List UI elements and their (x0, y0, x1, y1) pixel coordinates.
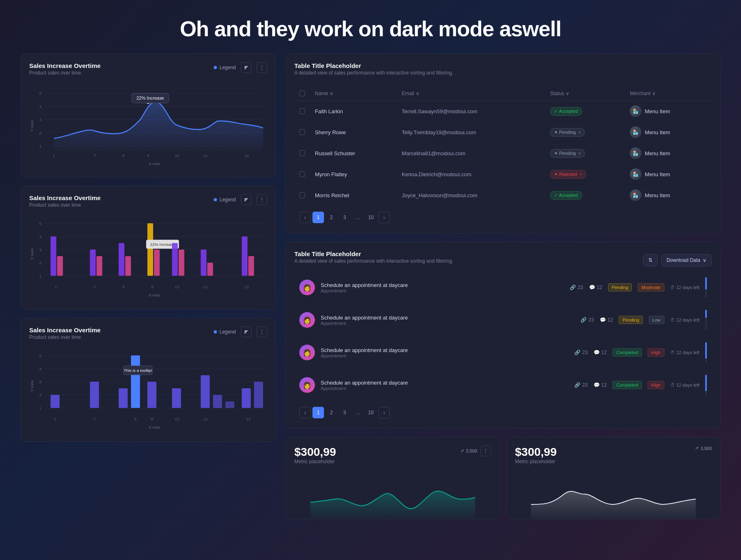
task-title: Schedule an appointment at daycare (321, 282, 564, 288)
row-checkbox[interactable] (299, 108, 305, 114)
filter-btn[interactable]: ⇅ (643, 254, 658, 266)
task-status-badge: Pending (619, 316, 643, 324)
task-title: Schedule an appointment at daycare (321, 315, 575, 321)
table2-page-3[interactable]: 3 (339, 407, 350, 418)
metric1-menu-btn[interactable]: ⋮ (480, 446, 491, 456)
merchant-name: Menu Item (645, 171, 670, 177)
svg-text:4: 4 (39, 234, 42, 239)
table2-page-1[interactable]: 1 (312, 407, 324, 418)
svg-rect-40 (154, 250, 160, 276)
chart1-subtitle: Product sales over time. (29, 70, 100, 76)
line-chart-svg: 5 4 3 2 1 Y Axis 1 7 8 9 10 11 12 X Axis (29, 85, 267, 167)
table1-select-all-checkbox[interactable] (299, 91, 305, 96)
task-meta: 🔗 23 💬 12 Completed High ⏱ 12 days left (574, 381, 699, 389)
svg-rect-46 (207, 263, 213, 276)
table-row: Sherry Rowe Telly.Tremblay19@modoui.com … (294, 122, 712, 143)
table1-merchant-header[interactable]: Merchant ∨ (630, 91, 707, 96)
svg-rect-70 (119, 388, 128, 408)
task-progress-bar (705, 277, 707, 298)
chevron-down-icon: ∨ (703, 257, 706, 263)
bar-chart-purple-svg: 5 4 3 2 1 Y Axis This is a tooltip! (29, 349, 267, 432)
svg-text:22% Increase: 22% Increase (136, 96, 164, 100)
table1-email-header[interactable]: Email ∨ (402, 91, 540, 96)
svg-text:11: 11 (203, 153, 208, 158)
svg-rect-44 (179, 250, 184, 276)
svg-rect-39 (147, 223, 153, 276)
merchant-cell: 🏪 Menu Item (625, 185, 712, 206)
table-row: Faith Larkin Terrell.Sawayn59@modoui.com… (294, 101, 712, 122)
status-cell: ✦ Rejected × (545, 164, 625, 185)
svg-text:11: 11 (203, 285, 208, 289)
links-count: 23 (582, 382, 587, 388)
row-checkbox[interactable] (299, 192, 305, 198)
comments-count: 12 (601, 382, 607, 388)
table-row: Russell Schuster Marcelina81@modoui.com … (294, 143, 712, 164)
table1-page-1[interactable]: 1 (312, 212, 324, 223)
time-left-text: 12 days left (676, 285, 699, 290)
row-checkbox[interactable] (299, 171, 305, 177)
time-left-text: 12 days left (676, 350, 699, 355)
table1-status-header[interactable]: Status ∨ (550, 91, 620, 96)
metric1-badge: ↗ 3,500 (460, 448, 477, 454)
chart1-calendar-btn[interactable]: ◤ (241, 62, 252, 73)
links-count: 23 (588, 317, 594, 323)
row-checkbox[interactable] (299, 150, 305, 156)
name-cell: Russell Schuster (310, 143, 397, 164)
chart1-menu-btn[interactable]: ⋮ (256, 62, 267, 73)
table1-wrap: Name ∨ Email ∨ Status ∨ Merchant ∨ Faith… (294, 86, 712, 206)
comments-meta: 💬 12 (594, 382, 607, 388)
metric2-label: Metric placeholder (515, 459, 557, 464)
download-data-btn[interactable]: Download Data ∨ (661, 254, 712, 266)
table1-name-header[interactable]: Name ∨ (315, 91, 392, 96)
svg-text:1: 1 (39, 144, 42, 148)
link-icon: 🔗 (580, 317, 587, 323)
badge-close-icon[interactable]: × (578, 151, 581, 156)
line-chart-container: 5 4 3 2 1 Y Axis 1 7 8 9 10 11 12 X Axis (29, 85, 267, 169)
table1-page-2[interactable]: 2 (326, 212, 337, 223)
chart3-menu-btn[interactable]: ⋮ (256, 327, 267, 337)
svg-text:1: 1 (54, 417, 56, 421)
task-priority-badge: High (648, 348, 664, 357)
table1-pagination: ‹ 1 2 3 ... 10 › (294, 206, 712, 225)
task-meta: 🔗 23 💬 12 Pending Low ⏱ 12 days left (580, 316, 699, 324)
svg-text:8: 8 (122, 285, 125, 289)
svg-text:9: 9 (151, 285, 154, 289)
table2-page-2[interactable]: 2 (326, 407, 337, 418)
table1-prev-btn[interactable]: ‹ (299, 212, 311, 223)
chart2-calendar-btn[interactable]: ◤ (241, 194, 252, 205)
line-chart-card: Sales Increase Overtime Product sales ov… (21, 54, 276, 177)
badge-close-icon[interactable]: × (578, 130, 581, 135)
metric1-badge-icon: ↗ (460, 448, 464, 454)
table2-page-10[interactable]: 10 (365, 407, 377, 418)
status-cell: ✦ Pending × (545, 122, 625, 143)
svg-text:1: 1 (55, 285, 57, 289)
table2-next-btn[interactable]: › (378, 407, 390, 418)
links-meta: 🔗 23 (574, 350, 587, 355)
link-icon: 🔗 (570, 285, 576, 290)
svg-text:5: 5 (39, 91, 42, 96)
status-cell: ✓ Accepted (545, 185, 625, 206)
comments-count: 12 (608, 317, 613, 323)
svg-rect-35 (90, 250, 96, 276)
row-checkbox[interactable] (299, 129, 305, 135)
svg-text:Y Axis: Y Axis (30, 380, 34, 392)
svg-rect-45 (201, 250, 207, 276)
metric2-chart (507, 469, 720, 519)
email-cell: Telly.Tremblay19@modoui.com (397, 122, 545, 143)
chart2-menu-btn[interactable]: ⋮ (256, 194, 267, 205)
svg-rect-68 (51, 395, 60, 408)
table1-page-3[interactable]: 3 (339, 212, 350, 223)
task-info: Schedule an appointment at daycare Appoi… (321, 315, 575, 326)
svg-rect-79 (242, 388, 251, 408)
svg-rect-75 (172, 388, 181, 408)
task-subtitle: Appointment (321, 288, 564, 293)
svg-text:12: 12 (245, 153, 249, 158)
table1-next-btn[interactable]: › (378, 212, 390, 223)
name-cell: Faith Larkin (310, 101, 397, 122)
table1-page-10[interactable]: 10 (365, 212, 377, 223)
table2-prev-btn[interactable]: ‹ (299, 407, 311, 418)
chart3-calendar-btn[interactable]: ◤ (241, 327, 252, 337)
svg-rect-34 (57, 256, 63, 276)
svg-text:8: 8 (134, 417, 137, 421)
badge-close-icon[interactable]: × (580, 172, 582, 177)
